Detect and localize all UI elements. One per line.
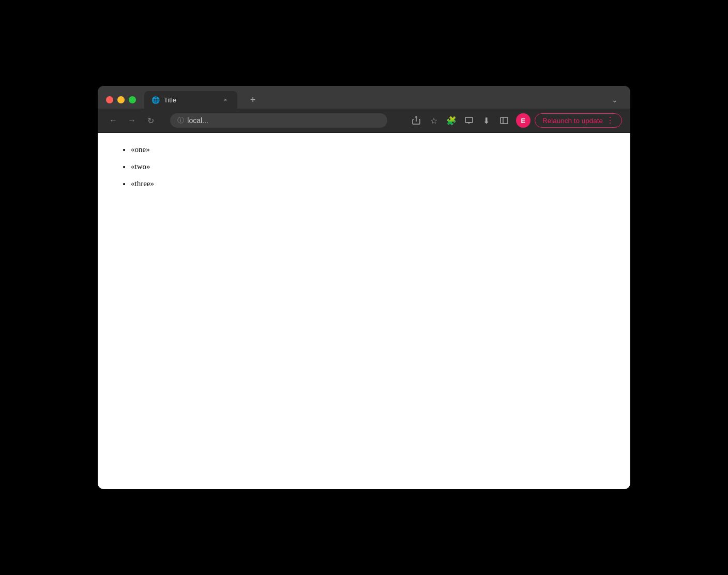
back-button[interactable]: ←: [106, 113, 120, 128]
minimize-button[interactable]: [117, 96, 125, 103]
relaunch-menu-dots[interactable]: ⋮: [606, 116, 614, 125]
browser-tab[interactable]: 🌐 Title ×: [144, 91, 237, 109]
svg-rect-3: [501, 117, 508, 124]
content-list: «one» «two» «three»: [118, 145, 610, 188]
download-icon[interactable]: ⬇: [479, 113, 494, 128]
title-bar: 🌐 Title × + ⌄: [98, 86, 630, 109]
reload-button[interactable]: ↻: [143, 113, 158, 128]
url-info-icon: ⓘ: [177, 116, 184, 125]
svg-rect-0: [465, 117, 473, 123]
maximize-button[interactable]: [129, 96, 136, 103]
traffic-lights: [106, 96, 136, 103]
media-router-icon[interactable]: [461, 113, 477, 128]
list-item: «two»: [131, 162, 610, 171]
tab-close-button[interactable]: ×: [221, 95, 230, 104]
tab-favicon-icon: 🌐: [151, 96, 160, 104]
list-item: «three»: [131, 179, 610, 188]
page-content: «one» «two» «three»: [98, 133, 630, 489]
forward-button[interactable]: →: [125, 113, 139, 128]
relaunch-label: Relaunch to update: [542, 117, 603, 125]
tab-dropdown-button[interactable]: ⌄: [608, 93, 622, 107]
profile-button[interactable]: E: [516, 113, 530, 128]
sidebar-toggle-icon[interactable]: [496, 113, 512, 128]
bookmark-icon[interactable]: ☆: [426, 113, 442, 128]
extensions-icon[interactable]: 🧩: [444, 113, 459, 128]
browser-window: 🌐 Title × + ⌄ ← → ↻ ⓘ local... ☆ 🧩: [98, 86, 630, 489]
address-bar: ← → ↻ ⓘ local... ☆ 🧩 ⬇: [98, 109, 630, 133]
url-text: local...: [187, 116, 208, 125]
tab-title: Title: [164, 96, 217, 104]
toolbar-icons: ☆ 🧩 ⬇ E Relaunch to update ⋮: [408, 113, 622, 128]
close-button[interactable]: [106, 96, 113, 103]
list-item: «one»: [131, 145, 610, 154]
new-tab-button[interactable]: +: [246, 93, 260, 107]
url-bar[interactable]: ⓘ local...: [170, 113, 387, 128]
share-icon[interactable]: [408, 113, 424, 128]
relaunch-update-button[interactable]: Relaunch to update ⋮: [535, 113, 622, 128]
